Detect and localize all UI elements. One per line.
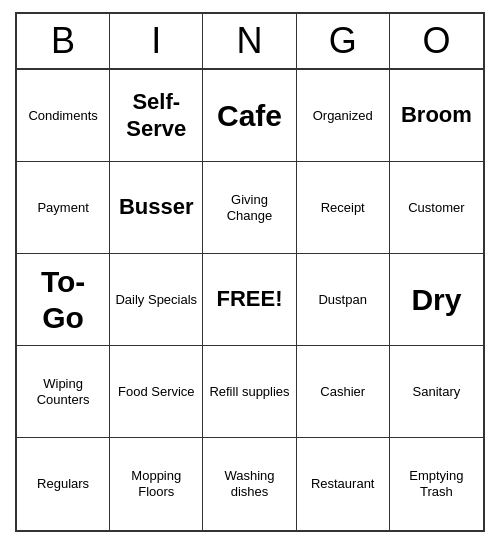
bingo-cell: Broom xyxy=(390,70,483,162)
bingo-cell: Restaurant xyxy=(297,438,390,530)
bingo-cell: Customer xyxy=(390,162,483,254)
bingo-cell: FREE! xyxy=(203,254,296,346)
bingo-cell: Organized xyxy=(297,70,390,162)
bingo-cell: Regulars xyxy=(17,438,110,530)
bingo-cell: Refill supplies xyxy=(203,346,296,438)
bingo-cell: Emptying Trash xyxy=(390,438,483,530)
header-letter: G xyxy=(297,14,390,68)
bingo-cell: Receipt xyxy=(297,162,390,254)
bingo-cell: Food Service xyxy=(110,346,203,438)
bingo-cell: Cashier xyxy=(297,346,390,438)
bingo-cell: Payment xyxy=(17,162,110,254)
bingo-cell: Busser xyxy=(110,162,203,254)
bingo-cell: Condiments xyxy=(17,70,110,162)
header-letter: N xyxy=(203,14,296,68)
bingo-cell: Mopping Floors xyxy=(110,438,203,530)
bingo-cell: Dry xyxy=(390,254,483,346)
bingo-cell: Daily Specials xyxy=(110,254,203,346)
bingo-grid: CondimentsSelf-ServeCafeOrganizedBroomPa… xyxy=(17,70,483,530)
bingo-cell: Self-Serve xyxy=(110,70,203,162)
header-letter: I xyxy=(110,14,203,68)
bingo-cell: Sanitary xyxy=(390,346,483,438)
bingo-card: BINGO CondimentsSelf-ServeCafeOrganizedB… xyxy=(15,12,485,532)
bingo-cell: Cafe xyxy=(203,70,296,162)
bingo-header: BINGO xyxy=(17,14,483,70)
header-letter: B xyxy=(17,14,110,68)
bingo-cell: Wiping Counters xyxy=(17,346,110,438)
bingo-cell: Giving Change xyxy=(203,162,296,254)
bingo-cell: Washing dishes xyxy=(203,438,296,530)
bingo-cell: To-Go xyxy=(17,254,110,346)
bingo-cell: Dustpan xyxy=(297,254,390,346)
header-letter: O xyxy=(390,14,483,68)
